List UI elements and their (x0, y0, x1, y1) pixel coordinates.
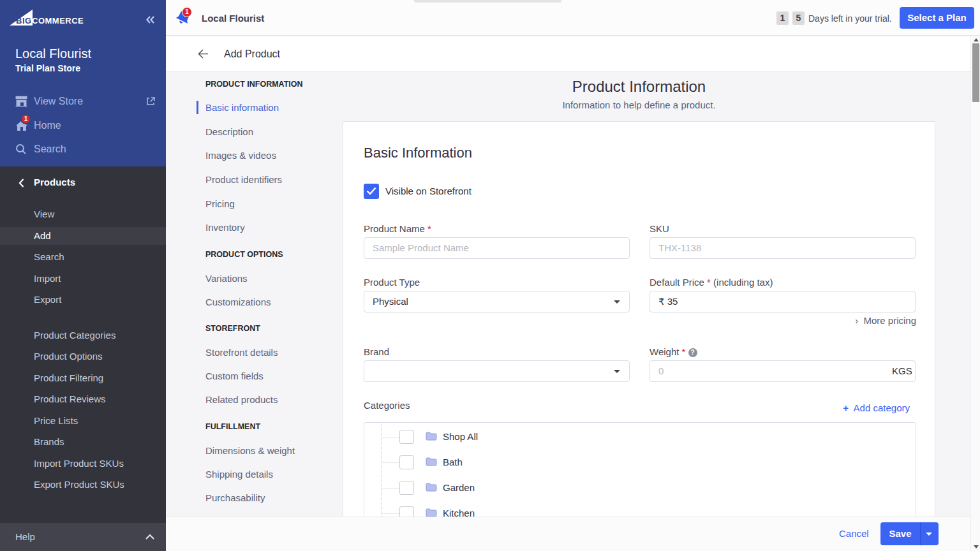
svg-text:BIG: BIG (16, 16, 32, 26)
svg-text:COMMERCE: COMMERCE (32, 16, 84, 26)
